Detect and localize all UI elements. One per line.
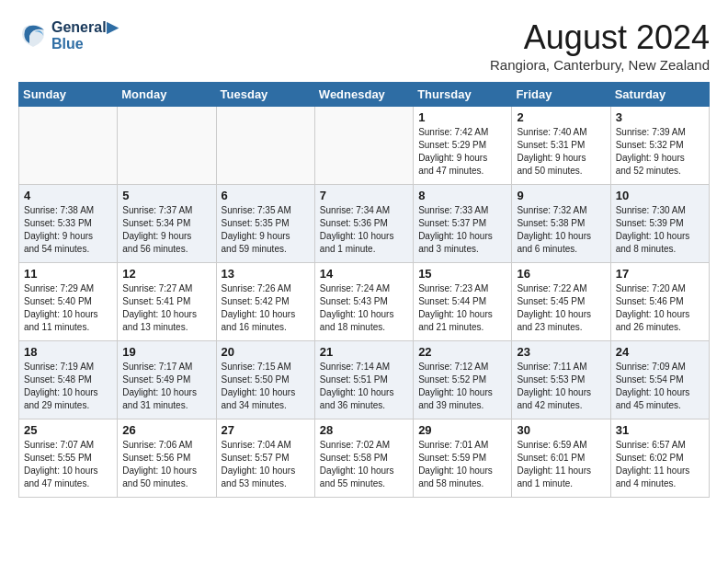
day-number: 30 [517, 423, 605, 437]
day-cell: 22Sunrise: 7:12 AM Sunset: 5:52 PM Dayli… [414, 341, 512, 419]
day-info: Sunrise: 7:11 AM Sunset: 5:53 PM Dayligh… [517, 361, 605, 412]
day-info: Sunrise: 7:42 AM Sunset: 5:29 PM Dayligh… [418, 126, 506, 178]
day-info: Sunrise: 7:30 AM Sunset: 5:39 PM Dayligh… [616, 204, 704, 256]
week-row-1: 1Sunrise: 7:42 AM Sunset: 5:29 PM Daylig… [19, 107, 710, 185]
day-info: Sunrise: 7:02 AM Sunset: 5:58 PM Dayligh… [320, 439, 408, 490]
logo-text: General▶ Blue [51, 18, 118, 52]
day-cell: 28Sunrise: 7:02 AM Sunset: 5:58 PM Dayli… [314, 419, 413, 498]
day-info: Sunrise: 7:40 AM Sunset: 5:31 PM Dayligh… [517, 126, 605, 178]
day-cell: 11Sunrise: 7:29 AM Sunset: 5:40 PM Dayli… [19, 263, 118, 341]
day-info: Sunrise: 7:15 AM Sunset: 5:50 PM Dayligh… [222, 361, 310, 412]
day-cell: 26Sunrise: 7:06 AM Sunset: 5:56 PM Dayli… [118, 419, 216, 498]
day-cell: 18Sunrise: 7:19 AM Sunset: 5:48 PM Dayli… [19, 341, 118, 419]
day-number: 21 [320, 345, 408, 359]
col-header-sunday: Sunday [19, 83, 118, 107]
day-number: 26 [122, 423, 210, 437]
col-header-tuesday: Tuesday [216, 83, 314, 107]
col-header-saturday: Saturday [610, 83, 709, 107]
day-cell: 8Sunrise: 7:33 AM Sunset: 5:37 PM Daylig… [414, 185, 512, 263]
day-info: Sunrise: 7:17 AM Sunset: 5:49 PM Dayligh… [122, 361, 210, 412]
day-number: 2 [517, 110, 605, 124]
day-info: Sunrise: 7:20 AM Sunset: 5:46 PM Dayligh… [616, 282, 704, 334]
day-number: 15 [418, 267, 506, 281]
day-cell: 16Sunrise: 7:22 AM Sunset: 5:45 PM Dayli… [512, 263, 610, 341]
day-info: Sunrise: 7:34 AM Sunset: 5:36 PM Dayligh… [320, 204, 408, 256]
day-number: 17 [616, 267, 704, 281]
day-info: Sunrise: 7:29 AM Sunset: 5:40 PM Dayligh… [24, 282, 112, 334]
col-header-friday: Friday [512, 83, 610, 107]
col-header-wednesday: Wednesday [314, 83, 413, 107]
day-info: Sunrise: 7:35 AM Sunset: 5:35 PM Dayligh… [222, 204, 310, 256]
day-number: 1 [418, 110, 506, 124]
day-info: Sunrise: 7:26 AM Sunset: 5:42 PM Dayligh… [222, 282, 310, 334]
day-number: 20 [222, 345, 310, 359]
day-number: 29 [418, 423, 506, 437]
location: Rangiora, Canterbury, New Zealand [490, 57, 710, 73]
day-cell: 3Sunrise: 7:39 AM Sunset: 5:32 PM Daylig… [610, 107, 709, 185]
calendar-table: SundayMondayTuesdayWednesdayThursdayFrid… [18, 82, 710, 498]
day-info: Sunrise: 7:39 AM Sunset: 5:32 PM Dayligh… [616, 126, 704, 178]
day-cell: 14Sunrise: 7:24 AM Sunset: 5:43 PM Dayli… [314, 263, 413, 341]
week-row-4: 18Sunrise: 7:19 AM Sunset: 5:48 PM Dayli… [19, 341, 710, 419]
day-info: Sunrise: 7:33 AM Sunset: 5:37 PM Dayligh… [418, 204, 506, 256]
day-number: 4 [24, 189, 112, 202]
header-row: SundayMondayTuesdayWednesdayThursdayFrid… [19, 83, 710, 107]
day-number: 18 [24, 345, 112, 359]
day-cell: 30Sunrise: 6:59 AM Sunset: 6:01 PM Dayli… [512, 419, 610, 498]
week-row-3: 11Sunrise: 7:29 AM Sunset: 5:40 PM Dayli… [19, 263, 710, 341]
day-cell: 31Sunrise: 6:57 AM Sunset: 6:02 PM Dayli… [610, 419, 709, 498]
day-number: 23 [517, 345, 605, 359]
day-cell: 10Sunrise: 7:30 AM Sunset: 5:39 PM Dayli… [610, 185, 709, 263]
day-info: Sunrise: 7:23 AM Sunset: 5:44 PM Dayligh… [418, 282, 506, 334]
day-number: 12 [122, 267, 210, 281]
day-number: 19 [122, 345, 210, 359]
day-cell: 2Sunrise: 7:40 AM Sunset: 5:31 PM Daylig… [512, 107, 610, 185]
title-block: August 2024 Rangiora, Canterbury, New Ze… [490, 18, 710, 73]
day-number: 27 [222, 423, 310, 437]
day-info: Sunrise: 7:06 AM Sunset: 5:56 PM Dayligh… [122, 439, 210, 490]
day-number: 10 [616, 189, 704, 202]
week-row-5: 25Sunrise: 7:07 AM Sunset: 5:55 PM Dayli… [19, 419, 710, 498]
day-cell: 9Sunrise: 7:32 AM Sunset: 5:38 PM Daylig… [512, 185, 610, 263]
day-cell [118, 107, 216, 185]
day-number: 13 [222, 267, 310, 281]
day-cell: 21Sunrise: 7:14 AM Sunset: 5:51 PM Dayli… [314, 341, 413, 419]
day-number: 25 [24, 423, 112, 437]
day-number: 9 [517, 189, 605, 202]
logo: General▶ Blue [18, 18, 118, 52]
day-cell: 7Sunrise: 7:34 AM Sunset: 5:36 PM Daylig… [314, 185, 413, 263]
day-cell: 17Sunrise: 7:20 AM Sunset: 5:46 PM Dayli… [610, 263, 709, 341]
day-number: 8 [418, 189, 506, 202]
day-cell: 27Sunrise: 7:04 AM Sunset: 5:57 PM Dayli… [216, 419, 314, 498]
day-info: Sunrise: 6:59 AM Sunset: 6:01 PM Dayligh… [517, 439, 605, 490]
page-header: General▶ Blue August 2024 Rangiora, Cant… [18, 18, 710, 73]
day-number: 5 [122, 189, 210, 202]
day-cell: 25Sunrise: 7:07 AM Sunset: 5:55 PM Dayli… [19, 419, 118, 498]
day-info: Sunrise: 7:04 AM Sunset: 5:57 PM Dayligh… [222, 439, 310, 490]
day-cell [19, 107, 118, 185]
day-cell: 24Sunrise: 7:09 AM Sunset: 5:54 PM Dayli… [610, 341, 709, 419]
day-number: 31 [616, 423, 704, 437]
month-title: August 2024 [490, 18, 710, 57]
day-number: 11 [24, 267, 112, 281]
day-info: Sunrise: 7:22 AM Sunset: 5:45 PM Dayligh… [517, 282, 605, 334]
day-cell: 20Sunrise: 7:15 AM Sunset: 5:50 PM Dayli… [216, 341, 314, 419]
day-number: 22 [418, 345, 506, 359]
day-number: 16 [517, 267, 605, 281]
day-cell [216, 107, 314, 185]
week-row-2: 4Sunrise: 7:38 AM Sunset: 5:33 PM Daylig… [19, 185, 710, 263]
day-cell: 15Sunrise: 7:23 AM Sunset: 5:44 PM Dayli… [414, 263, 512, 341]
day-number: 24 [616, 345, 704, 359]
day-cell: 12Sunrise: 7:27 AM Sunset: 5:41 PM Dayli… [118, 263, 216, 341]
day-number: 3 [616, 110, 704, 124]
day-cell: 1Sunrise: 7:42 AM Sunset: 5:29 PM Daylig… [414, 107, 512, 185]
day-cell: 29Sunrise: 7:01 AM Sunset: 5:59 PM Dayli… [414, 419, 512, 498]
day-info: Sunrise: 7:38 AM Sunset: 5:33 PM Dayligh… [24, 204, 112, 256]
day-cell [314, 107, 413, 185]
day-number: 14 [320, 267, 408, 281]
day-cell: 5Sunrise: 7:37 AM Sunset: 5:34 PM Daylig… [118, 185, 216, 263]
day-info: Sunrise: 7:09 AM Sunset: 5:54 PM Dayligh… [616, 361, 704, 412]
day-info: Sunrise: 7:07 AM Sunset: 5:55 PM Dayligh… [24, 439, 112, 490]
day-info: Sunrise: 7:12 AM Sunset: 5:52 PM Dayligh… [418, 361, 506, 412]
day-info: Sunrise: 7:19 AM Sunset: 5:48 PM Dayligh… [24, 361, 112, 412]
